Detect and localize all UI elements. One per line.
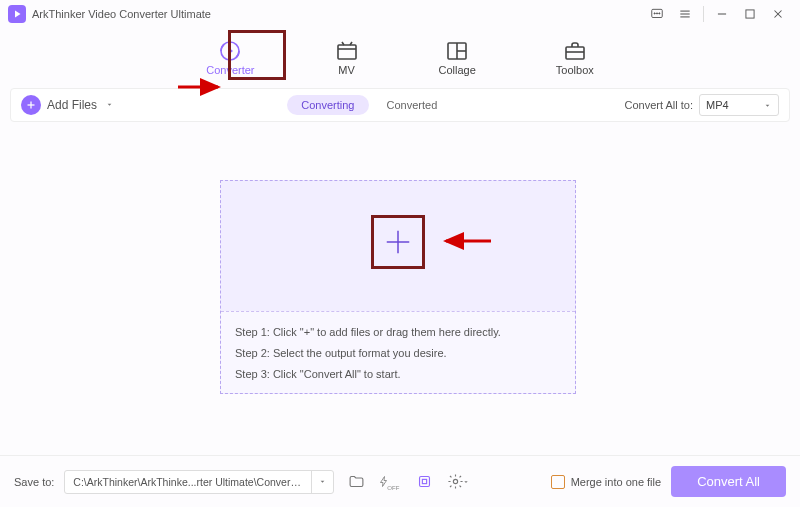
- mv-icon: [335, 40, 359, 62]
- svg-rect-16: [566, 47, 584, 59]
- step1-text: Step 1: Click "+" to add files or drag t…: [235, 322, 561, 343]
- toolbar: Add Files Converting Converted Convert A…: [10, 88, 790, 122]
- convert-all-to-label: Convert All to:: [625, 99, 693, 111]
- tab-mv[interactable]: MV: [325, 36, 369, 80]
- format-value: MP4: [706, 99, 729, 111]
- svg-rect-24: [422, 479, 426, 483]
- chevron-down-icon: [318, 477, 327, 486]
- add-files-label: Add Files: [47, 98, 97, 112]
- hardware-accel-icon[interactable]: OFF: [378, 470, 402, 494]
- convert-all-button[interactable]: Convert All: [671, 466, 786, 497]
- save-path-dropdown[interactable]: [311, 471, 333, 493]
- step3-text: Step 3: Click "Convert All" to start.: [235, 364, 561, 385]
- convert-all-to-row: Convert All to: MP4: [625, 94, 779, 116]
- converter-icon: [218, 40, 242, 62]
- output-format-select[interactable]: MP4: [699, 94, 779, 116]
- toolbox-icon: [563, 40, 587, 62]
- tab-label: Converter: [206, 64, 254, 76]
- app-window: ArkThinker Video Converter Ultimate Conv…: [0, 0, 800, 507]
- tab-collage[interactable]: Collage: [429, 36, 486, 80]
- checkbox-icon: [551, 475, 565, 489]
- tab-label: Collage: [439, 64, 476, 76]
- close-button[interactable]: [764, 4, 792, 24]
- status-segment: Converting Converted: [287, 95, 451, 115]
- dropzone-instructions: Step 1: Click "+" to add files or drag t…: [221, 311, 575, 393]
- tab-label: Toolbox: [556, 64, 594, 76]
- svg-point-3: [659, 13, 660, 14]
- save-path-field[interactable]: C:\ArkThinker\ArkThinke...rter Ultimate\…: [64, 470, 334, 494]
- plus-icon: [21, 95, 41, 115]
- dropzone[interactable]: Step 1: Click "+" to add files or drag t…: [220, 180, 576, 394]
- merge-checkbox[interactable]: Merge into one file: [551, 475, 662, 489]
- tab-converter[interactable]: Converter: [196, 36, 264, 80]
- maximize-button[interactable]: [736, 4, 764, 24]
- seg-converted[interactable]: Converted: [373, 95, 452, 115]
- add-files-plus-button[interactable]: [371, 215, 425, 269]
- menu-icon[interactable]: [671, 4, 699, 24]
- gpu-icon[interactable]: [412, 470, 436, 494]
- chevron-down-icon: [105, 98, 114, 112]
- chevron-down-icon: [763, 101, 772, 110]
- tab-toolbox[interactable]: Toolbox: [546, 36, 604, 80]
- svg-point-2: [656, 13, 657, 14]
- add-files-button[interactable]: Add Files: [21, 95, 114, 115]
- chevron-down-icon: [462, 478, 470, 486]
- main-area: Step 1: Click "+" to add files or drag t…: [0, 122, 800, 455]
- app-logo: [8, 5, 26, 23]
- minimize-button[interactable]: [708, 4, 736, 24]
- settings-button[interactable]: [446, 470, 470, 494]
- merge-label: Merge into one file: [571, 476, 662, 488]
- svg-rect-12: [338, 45, 356, 59]
- titlebar: ArkThinker Video Converter Ultimate: [0, 0, 800, 28]
- svg-point-1: [654, 13, 655, 14]
- app-title: ArkThinker Video Converter Ultimate: [32, 8, 211, 20]
- seg-converting[interactable]: Converting: [287, 95, 368, 115]
- bottombar: Save to: C:\ArkThinker\ArkThinke...rter …: [0, 455, 800, 507]
- svg-rect-8: [746, 10, 754, 18]
- svg-point-25: [453, 479, 457, 483]
- open-folder-button[interactable]: [344, 470, 368, 494]
- collage-icon: [445, 40, 469, 62]
- main-nav: Converter MV Collage Toolbox: [0, 28, 800, 88]
- tab-label: MV: [338, 64, 355, 76]
- save-to-label: Save to:: [14, 476, 54, 488]
- save-path-value: C:\ArkThinker\ArkThinke...rter Ultimate\…: [65, 476, 311, 488]
- feedback-icon[interactable]: [643, 4, 671, 24]
- step2-text: Step 2: Select the output format you des…: [235, 343, 561, 364]
- svg-rect-23: [419, 477, 429, 487]
